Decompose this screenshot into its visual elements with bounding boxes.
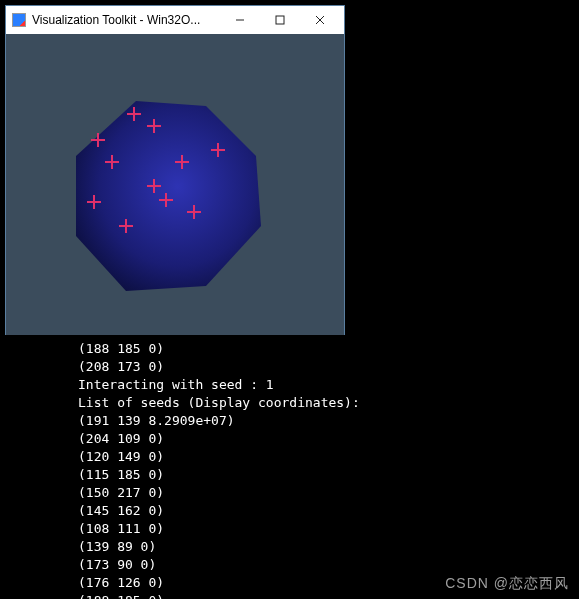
polygon-actor	[66, 96, 266, 296]
titlebar[interactable]: Visualization Toolkit - Win32O...	[6, 6, 344, 34]
watermark: CSDN @恋恋西风	[445, 575, 569, 593]
root: 团队(M) 工具(T) 测试(S) Qt VS T 4 ▾ ▶ 本地 Windo…	[0, 0, 579, 599]
window-controls	[220, 9, 340, 31]
maximize-icon	[275, 15, 285, 25]
close-button[interactable]	[300, 9, 340, 31]
maximize-button[interactable]	[260, 9, 300, 31]
minimize-icon	[235, 15, 245, 25]
app-icon	[12, 13, 26, 27]
svg-rect-1	[276, 16, 284, 24]
close-icon	[315, 15, 325, 25]
render-canvas[interactable]	[6, 34, 344, 335]
vtk-window: Visualization Toolkit - Win32O...	[5, 5, 345, 335]
window-title: Visualization Toolkit - Win32O...	[32, 13, 220, 27]
svg-marker-4	[76, 101, 261, 291]
minimize-button[interactable]	[220, 9, 260, 31]
